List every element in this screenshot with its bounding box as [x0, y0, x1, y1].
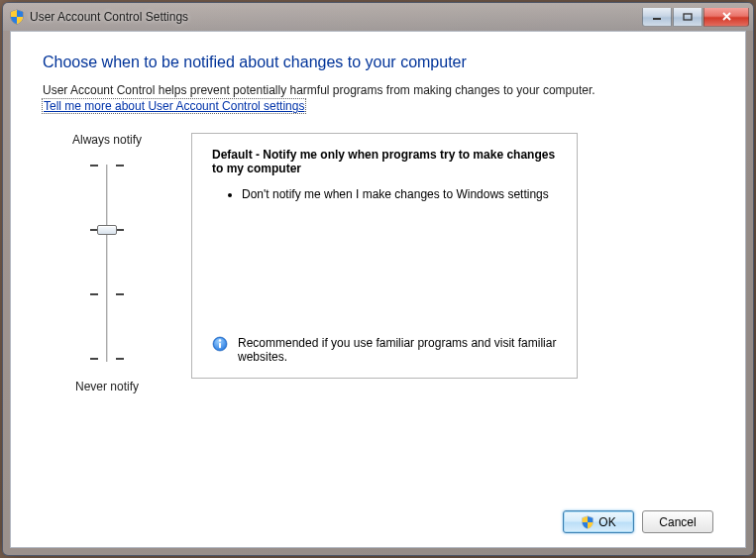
description-item: Don't notify me when I make changes to W… [242, 187, 557, 201]
uac-shield-icon [581, 515, 594, 529]
svg-rect-1 [684, 14, 692, 20]
svg-rect-0 [653, 18, 661, 20]
page-heading: Choose when to be notified about changes… [43, 54, 713, 71]
slider-tick [90, 293, 98, 295]
svg-rect-5 [219, 343, 221, 349]
ok-label: OK [598, 515, 615, 529]
content-area: Choose when to be notified about changes… [10, 31, 746, 548]
notification-slider[interactable] [72, 157, 142, 370]
slider-thumb[interactable] [97, 225, 117, 235]
description-panel: Default - Notify me only when programs t… [191, 133, 578, 379]
svg-point-4 [219, 339, 221, 341]
slider-label-never: Never notify [75, 380, 139, 393]
cancel-button[interactable]: Cancel [642, 510, 713, 533]
recommendation-row: Recommended if you use familiar programs… [212, 336, 557, 364]
slider-label-always: Always notify [72, 133, 142, 147]
slider-tick [90, 165, 98, 167]
ok-button[interactable]: OK [563, 510, 634, 533]
close-button[interactable] [703, 8, 749, 27]
settings-body: Always notify Never notify Default - Not… [43, 133, 713, 497]
uac-shield-icon [9, 9, 25, 25]
uac-settings-window: User Account Control Settings Choose whe… [2, 2, 754, 556]
window-title: User Account Control Settings [30, 10, 642, 24]
intro-text: User Account Control helps prevent poten… [43, 83, 713, 97]
description-title: Default - Notify me only when programs t… [212, 148, 557, 175]
slider-tick [116, 358, 124, 360]
slider-tick [116, 229, 124, 231]
titlebar[interactable]: User Account Control Settings [3, 3, 753, 31]
window-controls [642, 8, 749, 27]
maximize-button[interactable] [673, 8, 702, 27]
slider-tick [90, 358, 98, 360]
help-link[interactable]: Tell me more about User Account Control … [43, 99, 305, 113]
slider-tick [116, 293, 124, 295]
minimize-button[interactable] [642, 8, 672, 27]
info-icon [212, 336, 228, 352]
slider-tick [116, 165, 124, 167]
slider-column: Always notify Never notify [43, 133, 171, 497]
footer-buttons: OK Cancel [43, 497, 713, 533]
slider-track [106, 165, 108, 362]
description-list: Don't notify me when I make changes to W… [212, 187, 557, 207]
recommendation-text: Recommended if you use familiar programs… [238, 336, 557, 364]
cancel-label: Cancel [659, 515, 696, 529]
